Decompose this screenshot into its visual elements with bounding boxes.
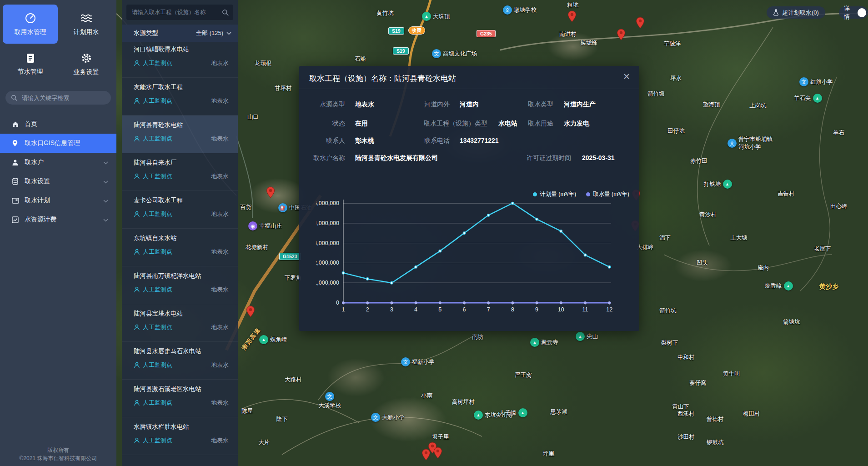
svg-text:8: 8 [511, 306, 514, 313]
map-place-label: 坪里 [543, 451, 554, 458]
map-place-label: 羊石 [833, 130, 844, 137]
map-poi: 人子嶂▲ [499, 408, 527, 417]
map-poi: 文高塘文化广场 [432, 49, 477, 58]
sidebar-item-label: 首页 [25, 120, 37, 128]
sidebar-item-water-users[interactable]: 取水户 [0, 153, 116, 172]
list-item[interactable]: 陆河县自来水厂 人工监测点 地表水 [122, 153, 238, 191]
source-type-filter: 水源类型 全部 (125) [122, 25, 238, 42]
map-place-label: 上大塘 [730, 235, 748, 242]
map-place-label: 箭竹坑 [659, 307, 677, 315]
list-item[interactable]: 陆河县宝塔水电站 人工监测点 地表水 [122, 304, 238, 342]
flask-icon [773, 9, 779, 16]
list-item[interactable]: 陆河县南万镇杞洋水电站 人工监测点 地表水 [122, 266, 238, 304]
school-poi-icon: 文 [371, 413, 380, 422]
school-poi-icon: 文 [799, 77, 808, 86]
filter-value: 全部 (125) [196, 29, 223, 37]
road-badge: G1523 [279, 253, 301, 260]
filter-dropdown[interactable]: 全部 (125) [196, 29, 231, 37]
mountain-poi-icon: ▲ [784, 281, 793, 291]
map-place-label: 隆下 [276, 416, 288, 423]
sidebar-search-input[interactable] [21, 94, 105, 102]
chevron-down-icon [103, 197, 108, 204]
sidebar-search[interactable] [5, 91, 111, 105]
tile-planned-water-use[interactable]: 计划用水 [59, 5, 114, 44]
map-place-label: 溜下 [659, 235, 671, 242]
svg-text:0: 0 [336, 300, 339, 306]
facility-name: 友能水厂取水工程 [134, 83, 229, 91]
svg-text:2,000,000: 2,000,000 [316, 260, 339, 266]
map-place-label: 南进村 [559, 31, 577, 38]
card-icon [12, 197, 19, 204]
facility-name: 陆河县激石溪老区水电站 [134, 385, 229, 393]
person-icon [134, 211, 140, 217]
facility-name: 河口镇唱歌潭水电站 [134, 45, 229, 54]
sidebar-item-intake-settings[interactable]: 取水设置 [0, 172, 116, 191]
detail-field: 联系电话 13432771221 [299, 137, 639, 146]
app-window: 黄竹坑粗坑南进村挨垅蜂芋陂洋坪水箭竹塘望海顶上岗坑田仔坑羊石赤竹田吉告村田心嶂黄… [0, 0, 868, 466]
tile-water-saving-management[interactable]: 节水管理 [3, 45, 58, 84]
map-place-label: 上岗坑 [749, 102, 767, 110]
tile-water-intake-management[interactable]: 取用水管理 [3, 5, 58, 44]
map-place-label: 思茅湖 [550, 409, 567, 416]
facility-search[interactable] [126, 5, 233, 20]
detail-toggle[interactable]: 详情 [839, 6, 868, 19]
list-item[interactable]: 东坑镇自来水站 人工监测点 地表水 [122, 229, 238, 266]
sidebar-item-water-billing[interactable]: 水资源计费 [0, 210, 116, 229]
facility-name: 陆河县自来水厂 [134, 159, 229, 167]
facility-search-input[interactable] [131, 9, 222, 16]
red-pin-marker [266, 186, 275, 198]
list-item[interactable]: 陆河县水唇走马石水电站 人工监测点 地表水 [122, 342, 238, 380]
monitor-type: 人工监测点 [143, 210, 172, 218]
list-item[interactable]: 陆河县激石溪老区水电站 人工监测点 地表水 [122, 380, 238, 417]
water-source-type: 地表水 [211, 135, 229, 143]
map-place-label: 吉告村 [778, 190, 795, 198]
person-icon [134, 400, 140, 406]
tile-business-settings[interactable]: 业务设置 [59, 45, 114, 84]
field-value: 河道内生产 [564, 100, 596, 109]
svg-text:11: 11 [582, 306, 588, 313]
svg-text:9: 9 [535, 306, 538, 313]
map-place-label: 高树坪村 [452, 399, 475, 406]
tile-label: 业务设置 [74, 68, 99, 76]
over-plan-intake-button[interactable]: 超计划取水(0) [767, 6, 825, 19]
person-icon [134, 249, 140, 255]
map-place-label: 百货 [240, 204, 251, 211]
person-icon [134, 173, 140, 180]
list-item[interactable]: 河口镇唱歌潭水电站 人工监测点 地表水 [122, 40, 238, 78]
tile-label: 计划用水 [74, 28, 99, 36]
school-poi-icon: 文 [432, 49, 441, 58]
map-place-label: 小南 [421, 392, 432, 400]
red-pin-marker [246, 306, 255, 317]
facility-detail-modal: 取水工程（设施）名称：陆河县青砼水电站 ✕ 水源类型 地表水 河道内外 河道内 … [299, 66, 639, 331]
sidebar-item-label: 取水计划 [25, 196, 50, 205]
facility-name: 水唇镇水栏肚水电站 [134, 423, 229, 431]
map-poi: ◉幸福山庄 [248, 221, 282, 230]
list-item[interactable]: 友能水厂取水工程 人工监测点 地表水 [122, 78, 238, 115]
list-item[interactable]: 麦卡公司取水工程 人工监测点 地表水 [122, 191, 238, 229]
person-icon [134, 324, 140, 331]
svg-text:3: 3 [390, 306, 393, 313]
mountain-poi-icon: ▲ [422, 12, 431, 21]
pin-icon [12, 140, 19, 147]
list-item[interactable]: 陆河县青砼水电站 人工监测点 地表水 [122, 115, 238, 153]
map-poi: ▲天珠顶 [422, 12, 450, 21]
document-icon [25, 53, 36, 64]
list-item[interactable]: 水唇镇水栏肚水电站 人工监测点 地表水 [122, 417, 238, 455]
close-icon[interactable]: ✕ [623, 71, 630, 82]
nav-tiles: 取用水管理 计划用水 节水管理 [0, 0, 116, 84]
sidebar-item-label: 取水户 [25, 158, 44, 166]
resort-poi-icon: ◉ [248, 221, 257, 230]
map-place-label: 山口 [247, 114, 259, 121]
sidebar-item-home[interactable]: 首页 [0, 115, 116, 134]
map-place-label: 寨仔窝 [689, 380, 707, 387]
map-place-label: 黄牛叫 [723, 371, 740, 378]
map-place-label: 田仔坑 [667, 128, 685, 135]
sidebar-item-gis-management[interactable]: 取水口GIS信息管理 [0, 134, 116, 153]
map-place-label: 石船 [355, 56, 366, 63]
map-place-label: 大路村 [285, 376, 302, 384]
sidebar-item-intake-plan[interactable]: 取水计划 [0, 191, 116, 210]
map-place-label: 田心嶂 [830, 203, 848, 210]
water-source-type: 地表水 [211, 59, 229, 67]
field-value: 13432771221 [460, 137, 499, 144]
field-value: 水力发电 [564, 120, 589, 128]
